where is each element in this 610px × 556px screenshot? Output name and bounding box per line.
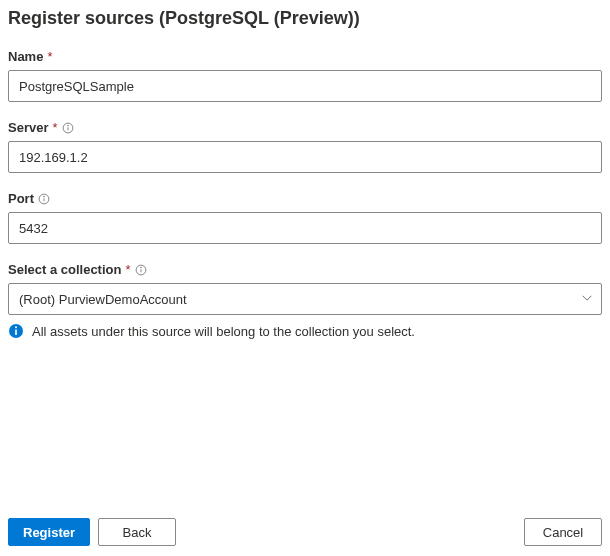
collection-label-text: Select a collection: [8, 262, 121, 277]
server-input[interactable]: [8, 141, 602, 173]
server-label: Server *: [8, 120, 602, 135]
collection-hint-text: All assets under this source will belong…: [32, 324, 415, 339]
cancel-button[interactable]: Cancel: [524, 518, 602, 546]
name-group: Name *: [8, 49, 602, 102]
required-mark: *: [47, 49, 52, 64]
svg-point-11: [15, 326, 17, 328]
info-solid-icon: [8, 323, 24, 339]
port-label: Port: [8, 191, 602, 206]
port-input[interactable]: [8, 212, 602, 244]
required-mark: *: [52, 120, 57, 135]
svg-point-8: [140, 267, 141, 268]
back-button[interactable]: Back: [98, 518, 176, 546]
svg-point-2: [67, 125, 68, 126]
name-input[interactable]: [8, 70, 602, 102]
server-group: Server *: [8, 120, 602, 173]
required-mark: *: [125, 262, 130, 277]
server-label-text: Server: [8, 120, 48, 135]
page-title: Register sources (PostgreSQL (Preview)): [8, 8, 602, 29]
spacer: [184, 518, 516, 546]
port-group: Port: [8, 191, 602, 244]
collection-select-wrapper: [8, 283, 602, 315]
collection-label: Select a collection *: [8, 262, 602, 277]
svg-point-5: [44, 196, 45, 197]
footer-actions: Register Back Cancel: [8, 518, 602, 546]
info-icon[interactable]: [38, 193, 50, 205]
collection-group: Select a collection * All assets under t…: [8, 262, 602, 339]
name-label: Name *: [8, 49, 602, 64]
collection-select[interactable]: [8, 283, 602, 315]
port-label-text: Port: [8, 191, 34, 206]
info-icon[interactable]: [135, 264, 147, 276]
name-label-text: Name: [8, 49, 43, 64]
register-button[interactable]: Register: [8, 518, 90, 546]
collection-hint-row: All assets under this source will belong…: [8, 323, 602, 339]
info-icon[interactable]: [62, 122, 74, 134]
svg-rect-10: [15, 330, 17, 336]
